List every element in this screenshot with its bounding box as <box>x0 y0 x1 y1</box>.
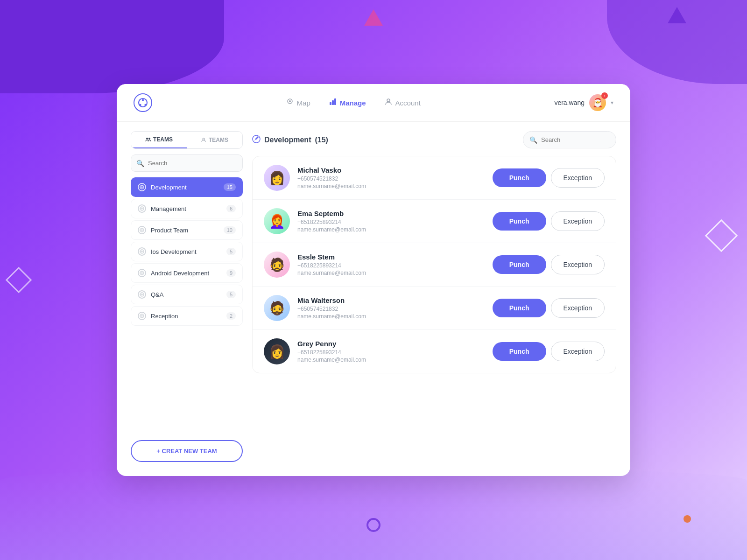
svg-point-9 <box>387 99 390 102</box>
member-email-ema: name.surname@email.com <box>297 226 485 233</box>
team-item-qa[interactable]: Q&A 5 <box>131 285 243 304</box>
logo[interactable] <box>134 93 152 112</box>
member-email-grey: name.surname@email.com <box>297 357 485 363</box>
main-content: Development (15) 🔍 👩 Michal Vasko +65057… <box>252 131 616 462</box>
tab-teams-2[interactable]: TEAMS <box>187 132 242 148</box>
member-name-grey: Grey Penny <box>297 340 485 348</box>
svg-point-12 <box>203 138 204 140</box>
user-avatar[interactable]: 🎅 ! <box>589 94 606 111</box>
exception-button-michal[interactable]: Exception <box>551 168 605 188</box>
create-team-button[interactable]: + CREAT NEW TEAM <box>131 440 243 462</box>
member-info-grey: Grey Penny +6518225893214 name.surname@e… <box>297 340 485 363</box>
punch-button-ema[interactable]: Punch <box>493 212 546 231</box>
map-icon <box>286 98 294 107</box>
member-name-essle: Essle Stem <box>297 253 485 261</box>
member-name-ema: Ema Septemb <box>297 210 485 217</box>
member-email-michal: name.surname@email.com <box>297 183 485 189</box>
svg-point-1 <box>142 99 144 101</box>
member-name-mia: Mia Walterson <box>297 296 485 304</box>
svg-point-3 <box>144 104 146 106</box>
team-name-product-team: Product Team <box>151 227 224 234</box>
team-icon-ios-development <box>138 247 146 256</box>
team-title: Development <box>264 136 311 144</box>
team-count-android-development: 9 <box>226 269 236 277</box>
team-icon-development <box>138 183 146 191</box>
member-phone-ema: +6518225893214 <box>297 219 485 225</box>
member-actions-mia: Punch Exception <box>493 298 605 318</box>
content-search-icon: 🔍 <box>529 136 537 144</box>
sidebar-search-input[interactable] <box>131 154 243 172</box>
bg-arrow-top-center <box>364 9 383 26</box>
punch-button-mia[interactable]: Punch <box>493 299 546 317</box>
punch-button-essle[interactable]: Punch <box>493 255 546 274</box>
bg-diamond-right <box>705 219 738 252</box>
member-actions-grey: Punch Exception <box>493 342 605 361</box>
content-title: Development (15) <box>252 135 328 145</box>
member-actions-ema: Punch Exception <box>493 211 605 231</box>
member-actions-michal: Punch Exception <box>493 168 605 188</box>
sidebar-search-icon: 🔍 <box>136 160 144 167</box>
team-icon-reception <box>138 312 146 320</box>
nav: Map Manage <box>286 98 421 107</box>
member-avatar-grey: 👩 <box>264 338 290 364</box>
main-card: Map Manage <box>117 84 630 476</box>
team-item-development[interactable]: Development 15 <box>131 177 243 197</box>
user-chevron-icon[interactable]: ▾ <box>611 99 613 106</box>
member-row-grey: 👩 Grey Penny +6518225893214 name.surname… <box>253 330 616 373</box>
punch-button-michal[interactable]: Punch <box>493 168 546 187</box>
nav-map[interactable]: Map <box>286 98 310 107</box>
svg-rect-7 <box>332 100 334 105</box>
member-info-mia: Mia Walterson +650574521832 name.surname… <box>297 296 485 320</box>
user-area: vera.wang 🎅 ! ▾ <box>554 94 613 111</box>
member-email-mia: name.surname@email.com <box>297 313 485 320</box>
account-icon <box>385 98 392 107</box>
nav-account[interactable]: Account <box>385 98 421 107</box>
team-icon-product-team <box>138 226 146 234</box>
team-item-reception[interactable]: Reception 2 <box>131 306 243 326</box>
team-count-ios-development: 5 <box>226 248 236 255</box>
team-list: Development 15 Management 6 Product Team… <box>131 177 243 431</box>
team-name-android-development: Android Development <box>151 270 226 277</box>
exception-button-grey[interactable]: Exception <box>551 342 605 361</box>
member-list: 👩 Michal Vasko +650574521832 name.surnam… <box>252 156 616 373</box>
team-name-qa: Q&A <box>151 291 226 298</box>
team-count: (15) <box>315 136 328 144</box>
exception-button-essle[interactable]: Exception <box>551 255 605 274</box>
punch-button-grey[interactable]: Punch <box>493 342 546 361</box>
member-avatar-ema: 👩‍🦰 <box>264 208 290 234</box>
content-search: 🔍 <box>523 131 616 148</box>
content-header: Development (15) 🔍 <box>252 131 616 148</box>
team-name-reception: Reception <box>151 313 226 320</box>
member-actions-essle: Punch Exception <box>493 255 605 274</box>
tab-teams-1[interactable]: TEAMS <box>131 132 187 148</box>
team-item-management[interactable]: Management 6 <box>131 199 243 218</box>
team-count-reception: 2 <box>226 312 236 320</box>
exception-button-ema[interactable]: Exception <box>551 211 605 231</box>
team-item-android-development[interactable]: Android Development 9 <box>131 263 243 283</box>
bg-wave-bottom <box>0 467 747 560</box>
team-name-development: Development <box>151 184 224 191</box>
team-item-ios-development[interactable]: Ios Development 5 <box>131 242 243 261</box>
member-info-ema: Ema Septemb +6518225893214 name.surname@… <box>297 210 485 233</box>
svg-rect-8 <box>334 98 336 105</box>
team-count-product-team: 10 <box>224 226 236 234</box>
sidebar-search: 🔍 <box>131 154 243 172</box>
member-row-mia: 🧔 Mia Walterson +650574521832 name.surna… <box>253 287 616 330</box>
member-email-essle: name.surname@email.com <box>297 270 485 276</box>
edit-icon <box>252 135 261 145</box>
svg-point-5 <box>289 100 291 102</box>
member-avatar-mia: 🧔 <box>264 295 290 321</box>
nav-manage[interactable]: Manage <box>329 98 366 107</box>
user-notification-badge: ! <box>601 92 608 99</box>
exception-button-mia[interactable]: Exception <box>551 298 605 318</box>
manage-icon <box>329 98 337 107</box>
sidebar-tabs: TEAMS TEAMS <box>131 131 243 149</box>
team-icon-qa <box>138 290 146 299</box>
body: TEAMS TEAMS 🔍 <box>117 122 630 476</box>
team-item-product-team[interactable]: Product Team 10 <box>131 220 243 240</box>
team-count-management: 6 <box>226 205 236 212</box>
member-phone-michal: +650574521832 <box>297 175 485 182</box>
svg-rect-6 <box>330 102 331 105</box>
member-info-essle: Essle Stem +6518225893214 name.surname@e… <box>297 253 485 276</box>
svg-point-10 <box>146 138 148 140</box>
